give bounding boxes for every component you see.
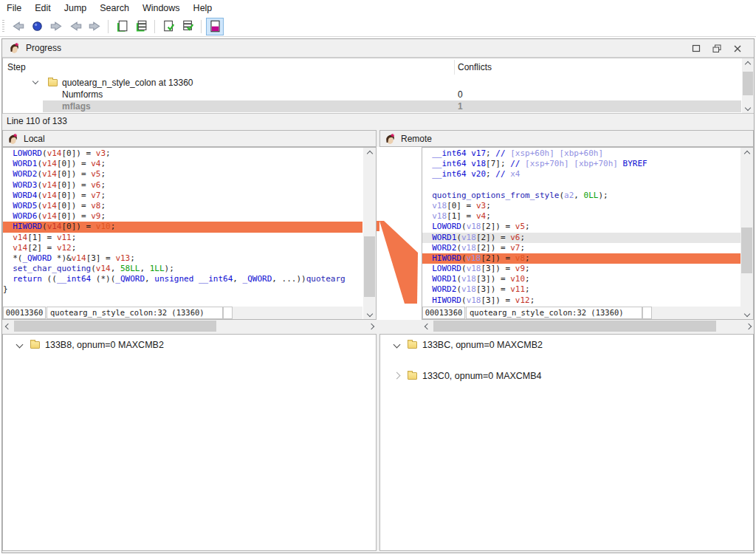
code-token [3,148,13,158]
code-line[interactable]: v18[0] = v3; [422,201,740,211]
remote-vertical-scrollbar-thumb[interactable] [741,228,752,273]
merge-view-icon[interactable] [206,18,224,35]
code-token: ; [520,233,525,242]
code-line[interactable]: LOWORD(v14[0]) = v3; [3,148,362,159]
code-token: WORD1 [432,274,456,284]
local-database-icon[interactable] [113,18,131,35]
code-line[interactable]: HIWORD(v14[0]) = v10; [3,222,362,232]
code-line[interactable]: quoting_options_from_style(a2, 0LL); [422,191,740,201]
remote-address-bar: 00013360 quotearg_n_style_colon:32 (1336… [422,307,740,319]
code-line[interactable]: v14[2] = v12; [3,243,362,253]
menu-item-file[interactable]: File [0,0,28,16]
line-counter-bar: Line 110 of 133 [2,114,754,129]
code-token: ; [525,274,530,284]
code-line[interactable]: __int64 v17; // [xsp+60h] [xbp+60h] [422,148,740,159]
scroll-up-button[interactable] [363,148,376,159]
local-vertical-scrollbar-thumb[interactable] [364,236,375,297]
scroll-left-button[interactable] [422,320,433,332]
menu-item-help[interactable]: Help [187,0,219,16]
remote-conflict-item-133BC[interactable]: 133BC, opnum=0 MAXCMB2 [380,339,753,352]
remote-horizontal-scrollbar-thumb[interactable] [433,321,716,332]
code-token: [2]) = [481,222,515,231]
column-header-step[interactable]: Step [7,62,26,72]
local-horizontal-scrollbar[interactable] [2,320,377,332]
tree-expander-icon[interactable] [16,341,24,349]
local-horizontal-scrollbar-thumb[interactable] [14,321,216,332]
progress-scrollbar-thumb[interactable] [743,72,753,95]
code-line[interactable] [422,180,740,191]
tree-expander-icon[interactable] [394,372,401,380]
code-line[interactable]: WORD1(v18[3]) = v10; [422,274,740,284]
scroll-down-button[interactable] [742,102,754,113]
local-list-icon[interactable] [132,18,150,35]
code-token: quoting_options_from_style [432,191,559,200]
accept-database-icon[interactable] [159,18,177,35]
scroll-up-button[interactable] [740,148,753,159]
code-line[interactable]: __int64 v20; // x4 [422,169,740,179]
code-line[interactable]: WORD3(v14[0]) = v6; [3,180,362,191]
remote-vertical-scrollbar[interactable] [740,148,753,319]
local-vertical-scrollbar[interactable] [363,148,376,319]
code-line[interactable]: LOWORD(v18[2]) = v5; [422,222,740,232]
scroll-right-button[interactable] [743,320,754,332]
code-line[interactable]: __int64 v18[7]; // [xsp+70h] [xbp+70h] B… [422,159,740,169]
progress-scrollbar[interactable] [742,58,754,113]
tree-expander-icon[interactable] [394,341,401,349]
scroll-down-button[interactable] [740,308,753,319]
remote-conflict-item-133C0[interactable]: 133C0, opnum=0 MAXCMB4 [380,370,753,383]
progress-row-quotearg_n_style_colon[interactable]: quotearg_n_style_colon at 13360 [3,77,741,89]
code-line[interactable]: WORD2(v14[0]) = v5; [3,169,362,179]
code-line[interactable]: set_char_quoting(v14, 58LL, 1LL); [3,264,362,274]
code-line[interactable]: v18[1] = v4; [422,211,740,222]
code-token: set_char_quoting [13,264,91,273]
code-token: WORD2 [13,169,37,179]
code-token: v11 [510,284,525,294]
code-line[interactable]: WORD2(v18[2]) = v7; [422,243,740,253]
code-token [422,211,432,221]
toolbar-grip[interactable] [2,20,4,33]
code-line[interactable]: WORD2(v18[3]) = v11; [422,284,740,295]
scroll-up-button[interactable] [742,58,754,69]
restore-button[interactable] [707,41,727,57]
code-line[interactable]: HIWORD(v18[3]) = v12; [422,295,740,306]
code-line[interactable]: return ((__int64 (*)(_QWORD, unsigned __… [3,274,362,284]
progress-row-mflags[interactable]: mflags1 [3,100,741,112]
maximize-button[interactable] [686,41,707,57]
nav-back-icon[interactable] [9,18,27,35]
progress-row-Numforms[interactable]: Numforms0 [3,89,741,100]
code-line[interactable]: WORD5(v14[0]) = v8; [3,201,362,211]
code-line[interactable]: WORD4(v14[0]) = v7; [3,191,362,201]
local-address: 00013360 [3,307,46,319]
nav-forward-icon[interactable] [47,18,65,35]
next-difference-icon[interactable] [86,18,103,35]
code-token: ( [42,222,47,231]
code-line[interactable]: WORD1(v18[2]) = v6; [422,233,740,243]
code-line[interactable]: HIWORD(v18[2]) = v8; [422,253,740,264]
column-header-conflicts[interactable]: Conflicts [458,62,492,72]
current-address-icon[interactable] [28,18,46,35]
remote-horizontal-scrollbar[interactable] [422,320,754,332]
prev-difference-icon[interactable] [66,18,84,35]
code-line[interactable]: LOWORD(v18[3]) = v9; [422,264,740,274]
accept-list-icon[interactable] [179,18,196,35]
code-line[interactable]: WORD1(v14[0]) = v4; [3,159,362,169]
column-divider[interactable] [454,60,455,75]
scroll-down-button[interactable] [363,308,376,319]
local-conflict-item-133B8[interactable]: 133B8, opnum=0 MAXCMB2 [3,339,376,352]
code-line[interactable]: v14[1] = v11; [3,233,362,243]
code-token: LOWORD [13,148,42,158]
code-token [422,274,432,284]
menu-item-edit[interactable]: Edit [28,0,58,16]
scroll-left-button[interactable] [2,320,13,332]
menu-item-search[interactable]: Search [93,0,136,16]
tree-expander-icon[interactable] [32,78,38,84]
toolbar-separator [201,20,202,33]
menu-item-jump[interactable]: Jump [58,0,94,16]
code-line[interactable]: WORD6(v14[0]) = v9; [3,211,362,222]
code-line[interactable]: *(_QWORD *)&v14[3] = v13; [3,253,362,264]
code-line[interactable]: } [3,284,362,295]
ida-icon [8,42,20,54]
close-button[interactable] [727,41,748,57]
menu-item-windows[interactable]: Windows [136,0,187,16]
scroll-right-button[interactable] [365,320,377,332]
